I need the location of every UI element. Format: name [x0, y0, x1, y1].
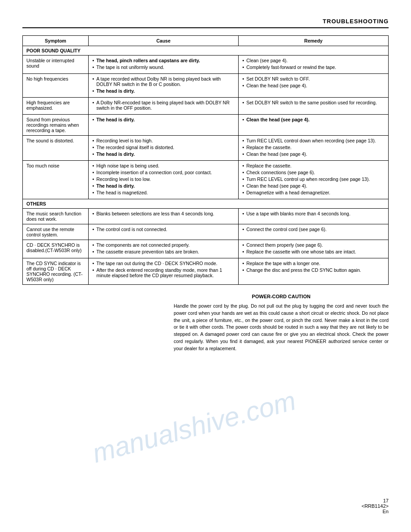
remedy-item: Check connections (see page 6). [242, 170, 385, 175]
symptom-cell: High frequencies are emphasized. [23, 98, 89, 115]
cause-item: Recording level is too low. [92, 176, 235, 182]
cause-item: After the deck entered recording standby… [92, 267, 235, 278]
cause-cell: A tape recorded without Dolby NR is bein… [89, 74, 239, 98]
page: TROUBLESHOOTING Symptom Cause Remedy POO… [0, 0, 411, 532]
remedy-item: Clean the head (see page 4). [242, 151, 385, 157]
remedy-item: Replace the cassette. [242, 163, 385, 168]
cause-cell: Recording level is too high.The recorded… [89, 136, 239, 161]
remedy-cell: Set DOLBY NR switch to the same position… [239, 98, 389, 115]
cause-cell: The head, pinch rollers and capstans are… [89, 56, 239, 74]
cause-item: The tape ran out during the CD · DECK SY… [92, 261, 235, 266]
remedy-item: Completely fast-forward or rewind the ta… [242, 64, 385, 70]
remedy-cell: Clean (see page 4).Completely fast-forwa… [239, 56, 389, 74]
cause-item: A tape recorded without Dolby NR is bein… [92, 76, 235, 87]
cause-item: The head is dirty. [92, 151, 235, 157]
table-row: The music search function does not work.… [23, 209, 389, 224]
cause-cell: The tape ran out during the CD · DECK SY… [89, 258, 239, 285]
cause-item: The head is dirty. [92, 183, 235, 189]
remedy-cell: Connect them properly (see page 6).Repla… [239, 240, 389, 258]
page-title: TROUBLESHOOTING [323, 18, 389, 25]
remedy-item: Connect them properly (see page 6). [242, 242, 385, 248]
cause-cell: Blanks between selections are less than … [89, 209, 239, 224]
table-row: Cannot use the remote control system.The… [23, 224, 389, 240]
cause-item: Incomplete insertion of a connection cor… [92, 170, 235, 175]
header-cause: Cause [89, 36, 239, 46]
remedy-item: Turn REC LEVEL control down when recordi… [242, 138, 385, 143]
cause-cell: High noise tape is being used.Incomplete… [89, 161, 239, 199]
remedy-item: Connect the control cord (see page 6). [242, 227, 385, 232]
power-cord-title: POWER-CORD CAUTION [174, 294, 389, 299]
table-row: The sound is distorted.Recording level i… [23, 136, 389, 161]
cause-item: The tape is not uniformly wound. [92, 64, 235, 70]
cause-item: The head is magnetized. [92, 190, 235, 195]
table-row: The CD SYNC indicator is off during CD ·… [23, 258, 389, 285]
table-row: Unstable or interrupted soundThe head, p… [23, 56, 389, 74]
symptom-cell: No high frequencies [23, 74, 89, 98]
cause-item: A Dolby NR-encoded tape is being played … [92, 100, 235, 111]
symptom-cell: CD · DECK SYNCHRO is disabled.(CT-W503R … [23, 240, 89, 258]
symptom-cell: The music search function does not work. [23, 209, 89, 224]
cause-item: The cassette erasure prevention tabs are… [92, 249, 235, 254]
page-footer: 17 <RRB1142> En [361, 498, 389, 514]
power-cord-section: POWER-CORD CAUTION Handle the power cord… [174, 294, 389, 352]
symptom-cell: Sound from previous recordings remains w… [23, 115, 89, 136]
symptom-cell: Unstable or interrupted sound [23, 56, 89, 74]
cause-item: High noise tape is being used. [92, 163, 235, 168]
remedy-item: Set DOLBY NR switch to OFF. [242, 76, 385, 82]
symptom-cell: The sound is distorted. [23, 136, 89, 161]
lang: En [361, 509, 389, 514]
remedy-item: Clean (see page 4). [242, 58, 385, 63]
power-cord-text: Handle the power cord by the plug. Do no… [174, 303, 389, 352]
table-row: Sound from previous recordings remains w… [23, 115, 389, 136]
symptom-cell: The CD SYNC indicator is off during CD ·… [23, 258, 89, 285]
remedy-item: Use a tape with blanks more than 4 secon… [242, 211, 385, 216]
cause-item: The components are not connected properl… [92, 242, 235, 248]
section-header: OTHERS [23, 199, 389, 209]
header-remedy: Remedy [239, 36, 389, 46]
table-row: Too much noiseHigh noise tape is being u… [23, 161, 389, 199]
part-number: <RRB1142> [361, 503, 389, 509]
remedy-item: Clean the head (see page 4). [242, 117, 385, 122]
header-symptom: Symptom [23, 36, 89, 46]
troubleshooting-table: Symptom Cause Remedy POOR SOUND QUALITYU… [22, 35, 389, 285]
symptom-cell: Cannot use the remote control system. [23, 224, 89, 240]
remedy-cell: Replace the tape with a longer one.Chang… [239, 258, 389, 285]
remedy-item: Turn REC LEVEL control up when recording… [242, 176, 385, 182]
remedy-item: Clean the head (see page 4). [242, 183, 385, 189]
remedy-cell: Clean the head (see page 4). [239, 115, 389, 136]
remedy-item: Replace the tape with a longer one. [242, 261, 385, 266]
page-number: 17 [361, 498, 389, 503]
remedy-item: Replace the cassette. [242, 145, 385, 150]
remedy-cell: Set DOLBY NR switch to OFF.Clean the hea… [239, 74, 389, 98]
remedy-item: Change the disc and press the CD SYNC bu… [242, 267, 385, 273]
remedy-cell: Replace the cassette.Check connections (… [239, 161, 389, 199]
section-header: POOR SOUND QUALITY [23, 46, 389, 56]
remedy-cell: Turn REC LEVEL control down when recordi… [239, 136, 389, 161]
remedy-item: Replace the cassette with one whose tabs… [242, 249, 385, 254]
remedy-item: Demagnetize with a head demagnetizer. [242, 190, 385, 195]
cause-item: The control cord is not connected. [92, 227, 235, 232]
page-header: TROUBLESHOOTING [22, 18, 389, 28]
remedy-item: Clean the head (see page 4). [242, 83, 385, 88]
watermark: manualshive.com [89, 385, 299, 469]
cause-cell: The head is dirty. [89, 115, 239, 136]
cause-cell: The components are not connected properl… [89, 240, 239, 258]
cause-cell: The control cord is not connected. [89, 224, 239, 240]
cause-item: The recorded signal itself is distorted. [92, 145, 235, 150]
remedy-cell: Connect the control cord (see page 6). [239, 224, 389, 240]
cause-item: Blanks between selections are less than … [92, 211, 235, 216]
remedy-cell: Use a tape with blanks more than 4 secon… [239, 209, 389, 224]
cause-item: The head, pinch rollers and capstans are… [92, 58, 235, 63]
cause-item: Recording level is too high. [92, 138, 235, 143]
cause-item: The head is dirty. [92, 88, 235, 94]
remedy-item: Set DOLBY NR switch to the same position… [242, 100, 385, 105]
table-row: No high frequenciesA tape recorded witho… [23, 74, 389, 98]
table-row: High frequencies are emphasized.A Dolby … [23, 98, 389, 115]
cause-cell: A Dolby NR-encoded tape is being played … [89, 98, 239, 115]
symptom-cell: Too much noise [23, 161, 89, 199]
cause-item: The head is dirty. [92, 117, 235, 122]
table-row: CD · DECK SYNCHRO is disabled.(CT-W503R … [23, 240, 389, 258]
